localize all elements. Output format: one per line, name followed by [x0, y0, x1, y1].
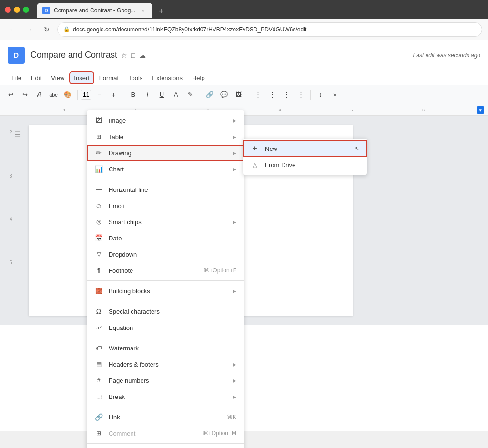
insert-special-chars-item[interactable]: Ω Special characters — [87, 303, 244, 319]
menu-file[interactable]: File — [8, 72, 25, 83]
drawing-arrow-icon: ▶ — [233, 150, 236, 156]
align-center-button[interactable]: ⋮ — [265, 88, 279, 101]
insert-image-item[interactable]: 🖼 Image ▶ — [87, 112, 244, 129]
page-numbers-icon: # — [94, 376, 103, 385]
ruler-mark-6: 6 — [422, 108, 425, 112]
insert-smart-chips-item[interactable]: ◎ Smart chips ▶ — [87, 214, 244, 230]
minimize-button[interactable] — [14, 7, 20, 13]
back-button[interactable]: ← — [6, 23, 19, 36]
image-button[interactable]: 🖼 — [232, 88, 245, 101]
menu-tools[interactable]: Tools — [124, 72, 146, 83]
font-size-decrease-button[interactable]: − — [92, 88, 106, 101]
underline-button[interactable]: U — [155, 88, 168, 101]
insert-watermark-item[interactable]: 🏷 Watermark — [87, 340, 244, 356]
address-bar[interactable]: 🔒 docs.google.com/document/d/11inKFQZb8y… — [57, 22, 482, 37]
chart-menu-icon: 📊 — [94, 165, 103, 173]
watermark-label: Watermark — [109, 345, 236, 352]
insert-table-item[interactable]: ⊞ Table ▶ — [87, 129, 244, 145]
font-size-increase-button[interactable]: + — [107, 88, 120, 101]
insert-headers-footers-item[interactable]: ▤ Headers & footers ▶ — [87, 356, 244, 372]
headers-footers-arrow: ▶ — [233, 362, 236, 367]
ruler-mark-4: 4 — [279, 108, 281, 112]
smart-chips-icon: ◎ — [94, 218, 103, 226]
emoji-menu-icon: ☺ — [94, 201, 103, 210]
chart-menu-label: Chart — [109, 166, 227, 173]
bold-button[interactable]: B — [126, 88, 140, 101]
app-area: D Compare and Contrast ☆ □ ☁ Last edit w… — [0, 40, 488, 431]
insert-emoji-item[interactable]: ☺ Emoji — [87, 198, 244, 214]
break-label: Break — [109, 393, 227, 400]
link-shortcut: ⌘K — [227, 414, 236, 420]
drawing-from-drive-item[interactable]: △ From Drive — [243, 157, 367, 173]
drawing-new-item[interactable]: + New ↖ — [243, 140, 367, 157]
folder-icon[interactable]: □ — [131, 51, 135, 59]
insert-drawing-item[interactable]: ✏ Drawing ▶ — [87, 145, 244, 161]
page-numbers-arrow: ▶ — [233, 378, 236, 383]
link-button[interactable]: 🔗 — [203, 88, 216, 101]
star-icon[interactable]: ☆ — [121, 51, 127, 59]
menu-view[interactable]: View — [47, 72, 68, 83]
insert-footnote-item[interactable]: ¶ Footnote ⌘+Option+F — [87, 262, 244, 279]
document-title[interactable]: Compare and Contrast — [30, 50, 117, 60]
browser-tab[interactable]: D Compare and Contrast - Goog... × — [37, 3, 152, 18]
refresh-button[interactable]: ↻ — [40, 23, 53, 36]
maximize-button[interactable] — [23, 7, 29, 13]
insert-dropdown-menu: 🖼 Image ▶ ⊞ Table ▶ ✏ Drawing ▶ 📊 Chart … — [87, 110, 244, 448]
forward-button[interactable]: → — [23, 23, 36, 36]
page-num-4: 4 — [10, 217, 29, 222]
paint-format-button[interactable]: 🎨 — [61, 88, 74, 101]
print-button[interactable]: 🖨 — [32, 88, 46, 101]
menu-insert[interactable]: Insert — [70, 72, 93, 83]
menu-format[interactable]: Format — [95, 72, 122, 83]
doc-sidebar-icon: ☰ — [14, 130, 21, 139]
ruler-mark-1: 1 — [63, 108, 66, 112]
headers-footers-icon: ▤ — [94, 360, 103, 368]
highlight-button[interactable]: ✎ — [183, 88, 197, 101]
drawing-submenu: + New ↖ △ From Drive — [243, 139, 367, 175]
line-spacing-button[interactable]: ↕ — [314, 88, 327, 101]
justify-button[interactable]: ⋮ — [294, 88, 307, 101]
tab-title: Compare and Contrast - Goog... — [54, 7, 135, 14]
close-button[interactable] — [5, 7, 11, 13]
cursor-indicator: ↖ — [355, 145, 359, 152]
font-size-control[interactable]: 11 — [81, 90, 92, 100]
insert-break-item[interactable]: ⬚ Break ▶ — [87, 388, 244, 405]
insert-chart-item[interactable]: 📊 Chart ▶ — [87, 161, 244, 177]
undo-button[interactable]: ↩ — [4, 88, 17, 101]
insert-bookmark-item[interactable]: 🔖 Bookmark — [87, 446, 244, 448]
last-edit-text: Last edit was seconds ago — [413, 52, 480, 59]
insert-horizontal-line-item[interactable]: — Horizontal line — [87, 181, 244, 198]
insert-building-blocks-item[interactable]: 🧱 Building blocks ▶ — [87, 283, 244, 299]
menu-help[interactable]: Help — [188, 72, 209, 83]
watermark-icon: 🏷 — [94, 344, 103, 352]
break-icon: ⬚ — [94, 392, 103, 401]
separator-after-building-blocks — [87, 301, 244, 301]
text-color-button[interactable]: A — [169, 88, 183, 101]
insert-page-numbers-item[interactable]: # Page numbers ▶ — [87, 372, 244, 388]
new-tab-button[interactable]: + — [154, 5, 168, 18]
menu-edit[interactable]: Edit — [27, 72, 45, 83]
cloud-icon[interactable]: ☁ — [139, 51, 146, 59]
insert-date-item[interactable]: 📅 Date — [87, 230, 244, 246]
comment-menu-icon: ⊞ — [94, 429, 103, 438]
comment-button[interactable]: 💬 — [217, 88, 231, 101]
menu-extensions[interactable]: Extensions — [148, 72, 186, 83]
redo-button[interactable]: ↪ — [18, 88, 31, 101]
align-left-button[interactable]: ⋮ — [251, 88, 264, 101]
table-menu-icon: ⊞ — [94, 132, 103, 141]
browser-chrome: D Compare and Contrast - Goog... × + ← →… — [0, 0, 488, 40]
spell-check-button[interactable]: abc — [47, 88, 60, 101]
toolbar-separator-1 — [77, 90, 78, 100]
separator-after-break — [87, 407, 244, 407]
insert-dropdown-item[interactable]: ▽ Dropdown — [87, 246, 244, 262]
italic-button[interactable]: I — [141, 88, 154, 101]
insert-link-item[interactable]: 🔗 Link ⌘K — [87, 409, 244, 425]
headers-footers-label: Headers & footers — [109, 361, 227, 368]
insert-comment-item: ⊞ Comment ⌘+Option+M — [87, 425, 244, 441]
more-button[interactable]: » — [328, 88, 341, 101]
tab-close-button[interactable]: × — [139, 7, 147, 14]
equation-icon: π² — [94, 323, 103, 332]
insert-equation-item[interactable]: π² Equation — [87, 319, 244, 336]
align-right-button[interactable]: ⋮ — [280, 88, 293, 101]
drawing-menu-label: Drawing — [109, 149, 227, 157]
